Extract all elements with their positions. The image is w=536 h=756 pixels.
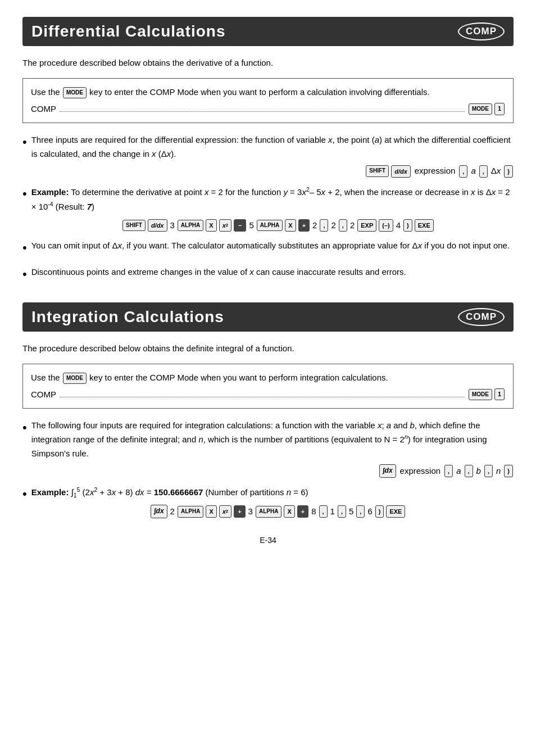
- bullet1-3: • You can omit input of Δx, if you want.…: [22, 239, 514, 258]
- x2-key-ex1: x2: [219, 219, 231, 232]
- comp-label-2: COMP: [31, 388, 56, 401]
- section1-comp-badge: COMP: [458, 22, 505, 40]
- dots-2: [60, 392, 465, 397]
- section1-intro: The procedure described below obtains th…: [22, 56, 514, 70]
- x-key-ex2a: X: [206, 505, 216, 518]
- keyseq-1-2: SHIFT d/dx 3 ALPHA X x2 − 5 ALPHA X + 2 …: [43, 219, 514, 233]
- num-key-1: 1: [494, 103, 505, 115]
- close-paren-ex2: ): [375, 505, 384, 518]
- exp-key-ex1: EXP: [357, 219, 376, 232]
- comma-key-ex2a: ,: [319, 505, 328, 518]
- alpha-key-ex1b: ALPHA: [257, 220, 283, 232]
- x-key-ex1b: X: [285, 219, 296, 232]
- exe-key-ex2: EXE: [386, 505, 405, 518]
- section2-infobox: Use the MODE key to enter the COMP Mode …: [22, 364, 514, 409]
- section1-title: Differential Calculations: [31, 22, 226, 40]
- ddx-key-ex1: d/dx: [148, 219, 167, 232]
- bullet-dot-2-2: •: [22, 484, 27, 504]
- keyseq-1-1: SHIFT d/dx expression , a , Δx ): [31, 164, 514, 178]
- comma-key-2c: ,: [484, 465, 493, 477]
- close-paren-ex1: ): [403, 219, 412, 232]
- bullet-dot-1-3: •: [22, 238, 27, 258]
- bullet1-1: • Three inputs are required for the diff…: [22, 133, 514, 178]
- comma-key-2b: ,: [465, 465, 473, 477]
- comma-key-ex2b: ,: [338, 505, 346, 518]
- bullet-dot-2-1: •: [22, 418, 27, 438]
- bullet-content-2-1: The following four inputs are required f…: [31, 419, 514, 478]
- section2-title: Integration Calculations: [31, 308, 224, 326]
- close-paren-1: ): [504, 165, 513, 178]
- plus-key-ex2b: +: [297, 505, 308, 518]
- keyseq-2-1: ∫dx expression , a , b , n ): [31, 464, 514, 478]
- bullet-content-1-3: You can omit input of Δx, if you want. T…: [31, 239, 514, 253]
- intdx-key-ex2: ∫dx: [151, 505, 167, 518]
- plus-key-ex1: +: [298, 219, 310, 232]
- alpha-key-ex2b: ALPHA: [256, 506, 281, 518]
- bullet1-4: • Discontinuous points and extreme chang…: [22, 265, 514, 284]
- bullet2-2: • Example: ∫15 (2x2 + 3x + 8) dx = 150.6…: [22, 485, 514, 519]
- section1: Differential Calculations COMP The proce…: [22, 17, 514, 284]
- section1-infobox-line: Use the MODE key to enter the COMP Mode …: [31, 85, 505, 99]
- minus-key-ex1: −: [234, 219, 246, 232]
- mode-key-2: MODE: [63, 373, 87, 384]
- comma-key-1b: ,: [479, 165, 488, 178]
- comma-key-ex1a: ,: [320, 219, 328, 232]
- section2-bullets: • The following four inputs are required…: [22, 419, 514, 519]
- section2-intro: The procedure described below obtains th…: [22, 342, 514, 356]
- x-key-ex2b: X: [284, 505, 294, 518]
- bullet-content-1-1: Three inputs are required for the differ…: [31, 133, 514, 178]
- page-number: E-34: [260, 536, 276, 545]
- x-key-ex1a: X: [206, 219, 216, 232]
- section2-comp-line: COMP MODE 1: [31, 388, 505, 401]
- bullet2-1: • The following four inputs are required…: [22, 419, 514, 478]
- intdx-key-1: ∫dx: [379, 464, 396, 478]
- mode-key-1b: MODE: [469, 103, 492, 115]
- comma-key-1a: ,: [459, 165, 467, 178]
- mode-key-2b: MODE: [469, 389, 492, 400]
- section2-header: Integration Calculations COMP: [22, 302, 514, 332]
- ddx-key-1: d/dx: [391, 165, 411, 178]
- bullet-dot-1-2: •: [22, 184, 27, 204]
- alpha-key-ex1a: ALPHA: [178, 220, 203, 232]
- section2: Integration Calculations COMP The proced…: [22, 302, 514, 519]
- mode-key-1: MODE: [63, 87, 87, 98]
- bullet1-2: • Example: To determine the derivative a…: [22, 185, 514, 232]
- num-key-2: 1: [494, 388, 505, 401]
- alpha-key-ex2a: ALPHA: [178, 506, 203, 518]
- close-paren-2: ): [504, 465, 513, 477]
- comma-key-ex2c: ,: [356, 505, 365, 518]
- section1-infobox: Use the MODE key to enter the COMP Mode …: [22, 78, 514, 123]
- shift-key-ex1: SHIFT: [122, 220, 146, 232]
- bullet-content-1-4: Discontinuous points and extreme changes…: [31, 265, 514, 279]
- keyseq-2-2: ∫dx 2 ALPHA X x2 + 3 ALPHA X + 8 , 1 , 5…: [43, 505, 514, 519]
- comp-label-1: COMP: [31, 102, 56, 116]
- bullet-dot-1-4: •: [22, 264, 27, 284]
- comma-key-2a: ,: [444, 465, 453, 477]
- section1-comp-line: COMP MODE 1: [31, 102, 505, 116]
- bullet-content-2-2: Example: ∫15 (2x2 + 3x + 8) dx = 150.666…: [31, 485, 514, 519]
- shift-key-1: SHIFT: [366, 165, 389, 177]
- section2-infobox-line: Use the MODE key to enter the COMP Mode …: [31, 371, 505, 384]
- section2-comp-badge: COMP: [458, 308, 505, 326]
- bullet-dot-1-1: •: [22, 132, 27, 152]
- exe-key-ex1: EXE: [415, 219, 434, 232]
- page-footer: E-34: [22, 536, 514, 545]
- bullet-content-1-2: Example: To determine the derivative at …: [31, 185, 514, 232]
- section1-bullets: • Three inputs are required for the diff…: [22, 133, 514, 284]
- plus-key-ex2a: +: [234, 505, 245, 518]
- x2-key-ex2: x2: [219, 505, 231, 518]
- comma-key-ex1b: ,: [339, 219, 347, 232]
- section1-header: Differential Calculations COMP: [22, 17, 514, 46]
- neg-key-ex1: (–): [379, 219, 393, 232]
- dots-1: [60, 106, 465, 112]
